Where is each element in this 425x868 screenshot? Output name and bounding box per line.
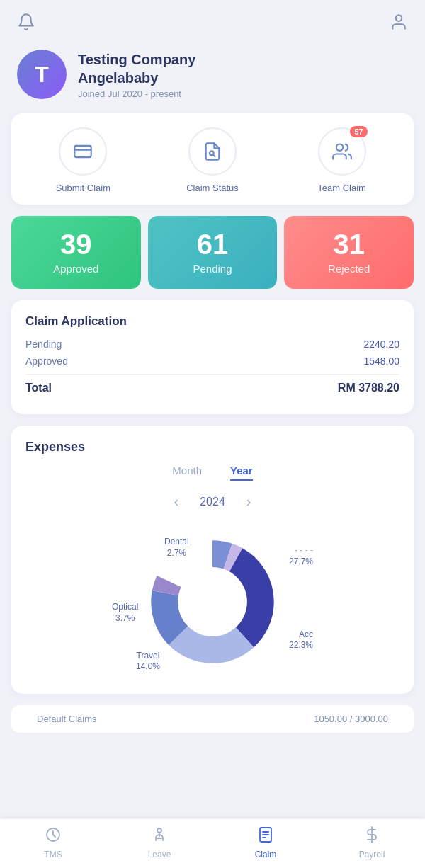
claim-pending-value: 2240.20 bbox=[363, 338, 400, 350]
notification-icon[interactable] bbox=[17, 13, 35, 35]
nav-tms[interactable]: TMS bbox=[32, 826, 74, 860]
approved-number: 39 bbox=[18, 230, 134, 258]
claim-divider bbox=[26, 374, 400, 375]
claim-approved-label: Approved bbox=[26, 355, 68, 367]
claim-total-value: RM 3788.20 bbox=[338, 382, 400, 394]
leave-label: Leave bbox=[148, 850, 171, 860]
team-claim-icon-wrap: 57 bbox=[318, 127, 366, 176]
profile-section: T Testing Company Angelababy Joined Jul … bbox=[0, 42, 425, 113]
tab-year[interactable]: Year bbox=[230, 464, 253, 481]
claim-pending-row: Pending 2240.20 bbox=[26, 338, 400, 350]
travel-label: Travel 14.0% bbox=[136, 651, 160, 673]
expenses-title: Expenses bbox=[26, 440, 400, 455]
claim-status-label: Claim Status bbox=[186, 183, 239, 193]
claim-label: Claim bbox=[255, 850, 277, 860]
approved-stat[interactable]: 39 Approved bbox=[11, 216, 141, 289]
period-tabs: Month Year bbox=[26, 464, 400, 481]
claim-total-row: Total RM 3788.20 bbox=[26, 382, 400, 394]
submit-claim-icon-wrap bbox=[59, 127, 107, 176]
quick-actions-card: Submit Claim Claim Status bbox=[11, 113, 414, 205]
credit-card-icon bbox=[73, 142, 93, 161]
next-year-button[interactable]: › bbox=[239, 491, 259, 513]
svg-line-4 bbox=[213, 155, 215, 156]
rejected-number: 31 bbox=[291, 230, 407, 258]
claim-approved-row: Approved 1548.00 bbox=[26, 355, 400, 367]
profile-info: Testing Company Angelababy Joined Jul 20… bbox=[78, 50, 196, 99]
avatar: T bbox=[17, 50, 67, 99]
company-name: Testing Company Angelababy bbox=[78, 50, 196, 87]
rejected-label: Rejected bbox=[291, 263, 407, 275]
claim-total-label: Total bbox=[26, 382, 52, 394]
pending-stat[interactable]: 61 Pending bbox=[148, 216, 278, 289]
tms-label: TMS bbox=[44, 850, 62, 860]
donut-chart: Dental 2.7% - - - - 27.7% Optical 3.7% A… bbox=[99, 524, 326, 680]
team-claim-label: Team Claim bbox=[317, 183, 366, 193]
leave-icon bbox=[151, 826, 168, 847]
team-claim-action[interactable]: 57 Team Claim bbox=[314, 127, 370, 193]
stats-row: 39 Approved 61 Pending 31 Rejected bbox=[11, 216, 414, 289]
prev-year-button[interactable]: ‹ bbox=[167, 491, 186, 513]
default-claims-label: Default Claims bbox=[37, 714, 97, 724]
claim-approved-value: 1548.00 bbox=[363, 355, 400, 367]
optical-label: Optical 3.7% bbox=[112, 602, 138, 624]
nav-claim[interactable]: Claim bbox=[244, 826, 287, 860]
payroll-icon bbox=[363, 826, 380, 847]
submit-claim-label: Submit Claim bbox=[56, 183, 110, 193]
pending-label: Pending bbox=[155, 263, 271, 275]
profile-joined: Joined Jul 2020 - present bbox=[78, 88, 196, 99]
year-nav: ‹ 2024 › bbox=[26, 491, 400, 513]
approved-label: Approved bbox=[18, 263, 134, 275]
nav-leave[interactable]: Leave bbox=[138, 826, 181, 860]
document-search-icon bbox=[203, 142, 222, 161]
rejected-stat[interactable]: 31 Rejected bbox=[284, 216, 414, 289]
bottom-nav: TMS Leave Claim bbox=[0, 818, 425, 868]
top-bar bbox=[0, 0, 425, 42]
svg-point-7 bbox=[157, 828, 162, 833]
claim-application-card: Claim Application Pending 2240.20 Approv… bbox=[11, 300, 414, 414]
dental-label: Dental 2.7% bbox=[164, 537, 189, 559]
acc-label: Acc 22.3% bbox=[289, 629, 313, 651]
claim-status-icon-wrap bbox=[188, 127, 237, 176]
claim-pending-label: Pending bbox=[26, 338, 62, 350]
svg-point-0 bbox=[396, 15, 402, 21]
pending-number: 61 bbox=[155, 230, 271, 258]
top-right-label: - - - - 27.7% bbox=[289, 545, 313, 567]
tms-icon bbox=[45, 826, 62, 847]
team-claim-badge: 57 bbox=[350, 126, 367, 137]
claim-icon bbox=[257, 826, 274, 847]
default-claims-value: 1050.00 / 3000.00 bbox=[314, 714, 388, 724]
team-icon bbox=[332, 142, 352, 161]
claim-status-action[interactable]: Claim Status bbox=[184, 127, 241, 193]
year-label: 2024 bbox=[200, 496, 225, 508]
profile-icon[interactable] bbox=[390, 13, 408, 35]
svg-point-5 bbox=[336, 144, 342, 151]
claim-app-title: Claim Application bbox=[26, 314, 400, 329]
expenses-card: Expenses Month Year ‹ 2024 › bbox=[11, 426, 414, 694]
donut-center bbox=[178, 567, 247, 636]
payroll-label: Payroll bbox=[359, 850, 385, 860]
svg-rect-1 bbox=[75, 146, 91, 157]
submit-claim-action[interactable]: Submit Claim bbox=[55, 127, 111, 193]
nav-payroll[interactable]: Payroll bbox=[351, 826, 393, 860]
default-claims-row: Default Claims 1050.00 / 3000.00 bbox=[11, 705, 414, 733]
tab-month[interactable]: Month bbox=[172, 464, 202, 481]
